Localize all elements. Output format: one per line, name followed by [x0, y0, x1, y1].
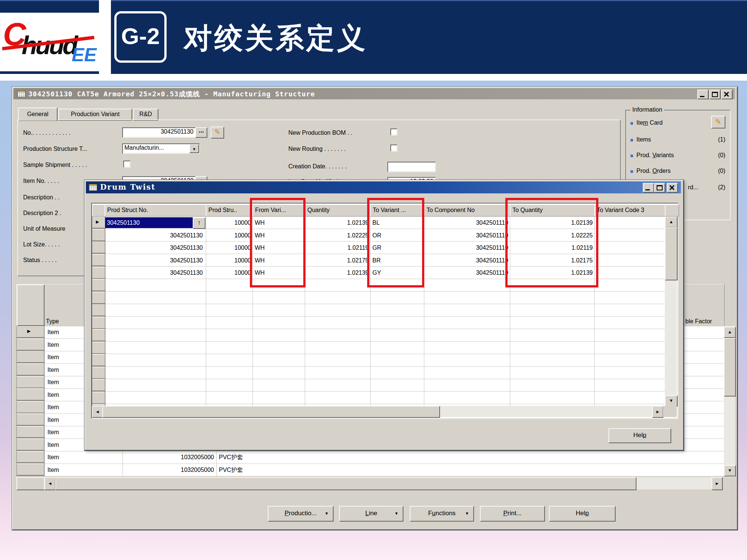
cell-prod-struct-no[interactable]: 3042501130 — [105, 267, 205, 279]
info-prod-orders-link[interactable]: Prod. Orders — [636, 168, 671, 174]
main-window-titlebar[interactable]: 3042501130 CAT5e Armored 25×2×0.53成缆线 - … — [13, 88, 735, 99]
scroll-left-button[interactable]: ◄ — [44, 477, 56, 490]
cell-prod-struct-no[interactable]: 3042501130 — [105, 254, 205, 267]
lower-table-vscrollbar[interactable]: ▲ ▼ — [724, 326, 735, 477]
cell-prod-stru[interactable]: 10000 — [206, 254, 253, 267]
cell-quantity[interactable]: 1.02175 — [305, 254, 371, 267]
close-button[interactable] — [721, 90, 732, 99]
functions-menu-button[interactable]: Functions ▼ — [410, 506, 474, 522]
cell-text: 10000 — [235, 232, 251, 239]
type-cell: Item — [47, 417, 59, 423]
dialog-minimize-button[interactable] — [643, 183, 654, 193]
info-orders-partial-count[interactable]: (2) — [704, 184, 725, 191]
lower-table-hscrollbar[interactable]: ◄ ► — [44, 477, 723, 489]
sample-shipment-checkbox[interactable] — [123, 161, 130, 168]
line-menu-button[interactable]: Line ▼ — [339, 506, 403, 522]
active-row-marker: ► — [95, 219, 100, 225]
cell-prod-struct-no[interactable]: 3042501130 — [105, 242, 205, 254]
scroll-up-button[interactable]: ▲ — [665, 217, 678, 228]
table-row[interactable]: Item — [45, 451, 122, 463]
info-prod-variants-link[interactable]: Prod. Variants — [636, 152, 674, 159]
dialog-titlebar[interactable]: Drum Twist — [86, 181, 681, 193]
cell-quantity[interactable]: 1.02119 — [305, 242, 371, 254]
cell-to-component[interactable]: 3042501110 — [424, 229, 511, 242]
cell-to-component[interactable]: 3042501110 — [424, 242, 511, 254]
cell-quantity[interactable]: 1.02139 — [305, 267, 371, 279]
item-no-cell[interactable]: 1032005000 — [123, 464, 216, 476]
no-assist-button[interactable]: ... — [195, 127, 207, 138]
help-button[interactable]: Help — [549, 506, 616, 522]
slide-badge-label: G-2 — [121, 23, 159, 49]
maximize-button[interactable] — [709, 90, 720, 99]
cell-to-component[interactable]: 3042501110 — [424, 217, 511, 229]
dialog-help-button[interactable]: Help — [608, 428, 671, 443]
new-production-bom-checkbox[interactable] — [390, 128, 397, 136]
cell-quantity[interactable]: 1.02225 — [305, 229, 371, 242]
cell-prod-stru[interactable]: 10000 — [206, 217, 253, 229]
hscroll-thumb[interactable] — [55, 477, 636, 490]
info-prod-orders-count[interactable]: (0) — [704, 168, 725, 174]
cell-prod-stru[interactable]: 10000 — [206, 267, 253, 279]
dialog-hscrollbar[interactable]: ◄ ► — [92, 406, 677, 417]
cell-prod-stru[interactable]: 10000 — [206, 242, 253, 254]
prod-structure-type-field[interactable]: Manufacturin... ▼ — [122, 143, 200, 154]
column-header-quantity[interactable]: Quantity — [305, 204, 372, 217]
hscroll-thumb[interactable] — [102, 406, 440, 418]
minimize-icon — [645, 189, 650, 190]
cell-text: 10000 — [235, 245, 251, 251]
factor-column-header[interactable]: ble Factor — [685, 318, 712, 325]
info-items-count[interactable]: (1) — [704, 136, 725, 143]
info-item-card-link[interactable]: Item Card — [636, 119, 663, 126]
info-orders-partial-link[interactable]: rd... — [688, 184, 698, 191]
dialog-maximize-button[interactable] — [654, 183, 665, 193]
tab-rnd[interactable]: R&D — [133, 109, 158, 121]
scroll-right-button[interactable]: ► — [712, 477, 723, 490]
dialog-vscrollbar[interactable]: ▲ ▼ — [665, 217, 677, 406]
no-field[interactable]: 3042501130 — [122, 127, 196, 138]
tab-production-variant[interactable]: Production Variant — [58, 109, 132, 121]
new-routing-checkbox[interactable] — [390, 144, 397, 152]
creation-date-field[interactable] — [387, 162, 436, 172]
print-button[interactable]: Print... — [480, 506, 545, 522]
type-cell: Item — [47, 367, 59, 373]
edit-pencil-button[interactable]: ✎ — [211, 127, 224, 139]
column-header-to-component-no[interactable]: To Component No — [424, 204, 512, 217]
vscroll-thumb[interactable] — [665, 227, 678, 280]
tab-general[interactable]: General — [18, 108, 58, 121]
scroll-down-button[interactable]: ▼ — [724, 465, 736, 476]
info-pencil-button[interactable]: ✎ — [711, 116, 725, 128]
dialog-close-button[interactable] — [667, 183, 678, 193]
cell-to-component[interactable]: 3042501110 — [424, 267, 511, 279]
item-desc-cell[interactable]: PVC护套 — [217, 451, 331, 463]
slide-header — [0, 0, 747, 75]
column-header-prod-struct-no[interactable]: Prod Struct No. — [105, 204, 208, 217]
column-header-prod-stru[interactable]: Prod Stru.. — [206, 204, 255, 217]
lower-table-row-selectors[interactable] — [16, 326, 44, 476]
item-desc-cell[interactable]: PVC护套 — [217, 464, 331, 476]
scroll-down-button[interactable]: ▼ — [665, 395, 678, 407]
info-prod-variants-count[interactable]: (0) — [704, 152, 725, 159]
table-row[interactable]: Item — [45, 464, 122, 476]
type-column-header[interactable]: Type — [46, 318, 59, 325]
cell-assist-button[interactable]: ↑ — [193, 217, 205, 229]
cell-quantity[interactable]: 1.02139 — [305, 217, 371, 229]
item-no-cell[interactable]: 1032005000 — [123, 451, 216, 463]
dialog-row-selectors[interactable] — [92, 217, 105, 406]
info-items-link[interactable]: Items — [636, 136, 651, 143]
annotation-box-from-variant — [250, 198, 306, 287]
minimize-button[interactable] — [697, 90, 709, 99]
cell-to-component[interactable]: 3042501110 — [424, 254, 511, 267]
cell-prod-stru[interactable]: 10000 — [206, 229, 253, 242]
scroll-up-button[interactable]: ▲ — [724, 327, 736, 338]
selected-cell-highlight[interactable]: 3042501130 — [105, 217, 193, 228]
vscroll-thumb[interactable] — [724, 338, 736, 396]
prod-structure-type-dropdown-button[interactable]: ▼ — [189, 144, 199, 153]
column-header-to-variant-code[interactable]: To Variant Code 3 — [594, 204, 667, 217]
cell-text: 3042501130 — [170, 270, 203, 276]
cell-prod-struct-no[interactable]: 3042501130 — [105, 229, 205, 242]
arrow-right-icon: ► — [655, 409, 660, 414]
scroll-right-button[interactable]: ► — [652, 406, 663, 418]
scroll-left-button[interactable]: ◄ — [92, 406, 103, 418]
slide-title: 对绞关系定义 — [184, 19, 368, 58]
production-menu-button[interactable]: Productio... ▼ — [268, 506, 334, 522]
